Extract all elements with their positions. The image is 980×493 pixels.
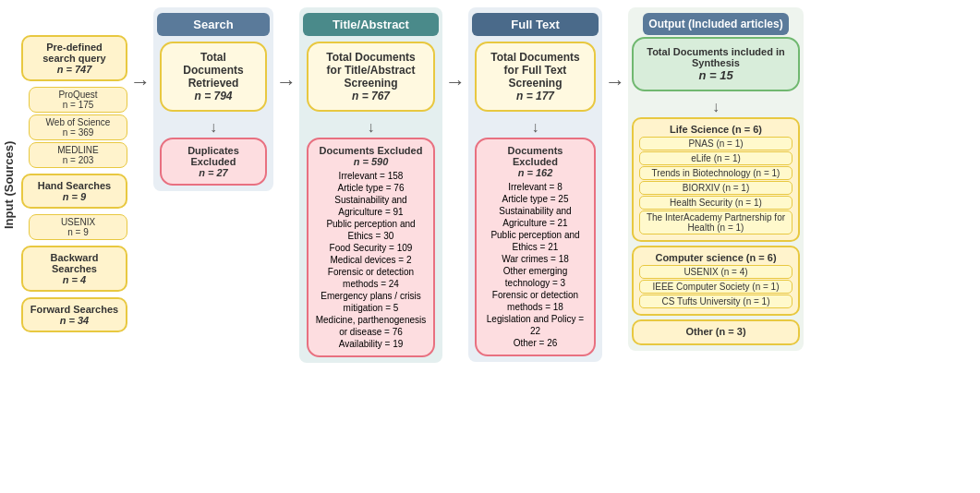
input-sources-label: Input (Sources) — [0, 0, 18, 370]
ta-excluded-text: Documents Excluded — [316, 145, 427, 156]
predefined-search-box: Pre-defined search query n = 747 — [21, 35, 127, 81]
ta-excluded-n: n = 590 — [316, 156, 427, 167]
journal-elife: eLife (n = 1) — [639, 151, 792, 165]
ta-excluded-details: Irrelevant = 158 Article type = 76 Susta… — [316, 170, 427, 350]
ta-header: Title/Abstract — [303, 13, 439, 36]
backward-searches-box: Backward Searches n = 4 — [21, 246, 127, 292]
ft-header: Full Text — [472, 13, 599, 36]
diagram: Input (Sources) Pre-defined search query… — [0, 0, 980, 370]
computer-science-title: Computer science (n = 6) — [639, 252, 792, 263]
journal-usenix: USENIX (n = 4) — [639, 265, 792, 279]
output-total-text: Total Documents included in Synthesis — [639, 46, 792, 68]
computer-science-box: Computer science (n = 6) USENIX (n = 4) … — [632, 246, 800, 316]
search-total-box: Total Documents Retrieved n = 794 — [160, 42, 267, 112]
output-section: Output (Included articles) Total Documen… — [628, 7, 804, 351]
ft-total-n: n = 177 — [486, 90, 584, 102]
full-text-section: Full Text Total Documents for Full Text … — [468, 7, 602, 362]
ft-excluded-details: Irrelevant = 8 Article type = 25 Sustain… — [484, 181, 586, 349]
arrow-ft-down: ↓ — [532, 119, 539, 136]
other-title: Other (n = 3) — [639, 326, 792, 337]
search-section: Search Total Documents Retrieved n = 794… — [153, 7, 273, 191]
proquest-sub: ProQuest n = 175 — [29, 87, 127, 113]
journal-biorxiv: BIORXIV (n = 1) — [639, 181, 792, 195]
ta-inner: Total Documents for Title/Abstract Scree… — [303, 42, 439, 357]
arrow-ta-down: ↓ — [368, 119, 375, 136]
forward-searches-box: Forward Searches n = 34 — [21, 297, 127, 332]
life-science-title: Life Science (n = 6) — [639, 124, 792, 135]
ft-excluded-box: Documents Excluded n = 162 Irrelevant = … — [475, 138, 595, 356]
other-box: Other (n = 3) — [632, 319, 800, 345]
backward-n: n = 4 — [29, 274, 120, 285]
backward-title: Backward Searches — [29, 252, 120, 274]
arrow-ta-to-ft: → — [445, 7, 466, 94]
output-total-n: n = 15 — [639, 68, 792, 82]
ta-total-box: Total Documents for Title/Abstract Scree… — [307, 42, 436, 112]
arrow-output-down: ↓ — [712, 99, 720, 115]
ta-total-text: Total Documents for Title/Abstract Scree… — [318, 51, 425, 90]
duplicates-text: Duplicates Excluded — [169, 145, 258, 167]
arrow-input-to-search: → — [130, 7, 151, 94]
ft-total-box: Total Documents for Full Text Screening … — [475, 42, 595, 112]
journal-pnas: PNAS (n = 1) — [639, 137, 792, 150]
ft-inner: Total Documents for Full Text Screening … — [472, 42, 599, 356]
journal-interacademy: The InterAcademy Partnership for Health … — [639, 210, 792, 234]
ft-excluded-n: n = 162 — [484, 167, 586, 178]
search-header: Search — [157, 13, 270, 36]
forward-n: n = 34 — [29, 315, 120, 326]
output-total-box: Total Documents included in Synthesis n … — [632, 37, 800, 91]
duplicates-excluded-box: Duplicates Excluded n = 27 — [160, 138, 267, 186]
search-inner: Total Documents Retrieved n = 794 ↓ Dupl… — [157, 42, 270, 186]
output-header: Output (Included articles) — [643, 13, 788, 35]
search-total-text: Total Documents Retrieved — [171, 51, 256, 90]
journal-health-security: Health Security (n = 1) — [639, 196, 792, 210]
ta-total-n: n = 767 — [318, 90, 425, 102]
title-abstract-section: Title/Abstract Total Documents for Title… — [299, 7, 442, 363]
hand-title: Hand Searches — [29, 180, 120, 191]
search-total-n: n = 794 — [171, 90, 256, 102]
ft-total-text: Total Documents for Full Text Screening — [486, 51, 584, 90]
journal-ieee: IEEE Computer Society (n = 1) — [639, 280, 792, 294]
journal-cs-tufts: CS Tufts University (n = 1) — [639, 295, 792, 308]
medline-sub: MEDLINE n = 203 — [29, 142, 127, 168]
arrow-search-down: ↓ — [210, 119, 217, 136]
usenix-sub: USENIX n = 9 — [29, 214, 127, 240]
duplicates-n: n = 27 — [169, 167, 258, 178]
arrow-search-to-ta: → — [276, 7, 296, 94]
predefined-title: Pre-defined search query — [29, 42, 120, 64]
hand-searches-box: Hand Searches n = 9 — [21, 174, 127, 209]
predefined-n: n = 747 — [29, 64, 120, 75]
arrow-ft-to-output: → — [605, 7, 625, 94]
content-area: Pre-defined search query n = 747 ProQues… — [18, 0, 980, 370]
journal-trends-biotech: Trends in Biotechnology (n = 1) — [639, 166, 792, 180]
ft-excluded-text: Documents Excluded — [484, 145, 586, 167]
life-science-box: Life Science (n = 6) PNAS (n = 1) eLife … — [632, 117, 800, 242]
hand-n: n = 9 — [29, 191, 120, 202]
wos-sub: Web of Science n = 369 — [29, 114, 127, 140]
ta-excluded-box: Documents Excluded n = 590 Irrelevant = … — [307, 138, 436, 357]
forward-title: Forward Searches — [29, 304, 120, 315]
